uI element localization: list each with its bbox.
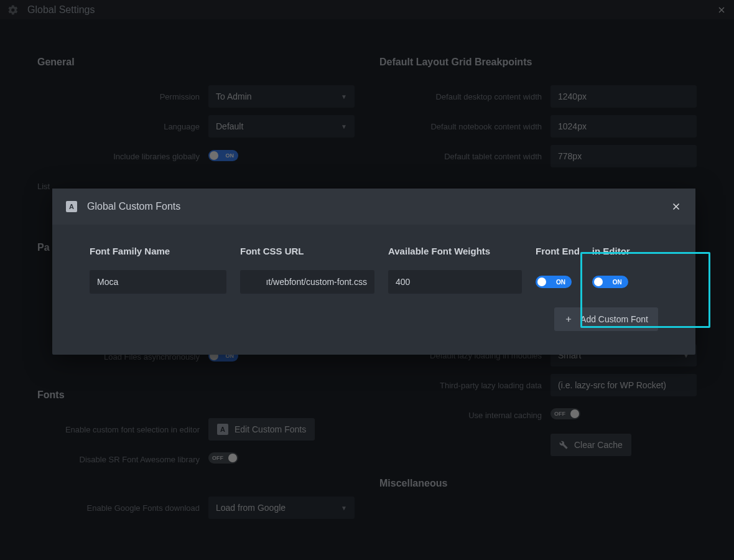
font-url-label: Font CSS URL — [240, 246, 374, 256]
google-fonts-dl-label: Enable Google Fonts download — [37, 503, 208, 513]
font-weights-label: Available Font Weights — [388, 246, 522, 256]
chevron-down-icon: ▼ — [341, 505, 347, 511]
titlebar-close-icon[interactable] — [717, 5, 727, 15]
section-fonts-title: Fonts — [37, 390, 355, 401]
custom-fonts-modal: A Global Custom Fonts Font Family Name F… — [52, 189, 695, 355]
language-select[interactable]: Default ▼ — [208, 115, 355, 138]
toggle-on-text: ON — [226, 152, 235, 159]
font-weights-input[interactable] — [388, 270, 522, 294]
notebook-width-label: Default notebook content width — [379, 122, 550, 131]
tablet-width-label: Default tablet content width — [379, 152, 550, 161]
wrench-icon — [559, 441, 568, 449]
font-name-label: Font Family Name — [90, 246, 226, 256]
modal-close-icon[interactable] — [671, 201, 682, 212]
google-fonts-dl-value: Load from Google — [216, 503, 286, 513]
add-custom-font-button[interactable]: Add Custom Font — [554, 307, 658, 331]
desktop-width-label: Default desktop content width — [379, 92, 550, 101]
permission-value: To Admin — [216, 91, 252, 101]
toggle-off-text: OFF — [212, 455, 223, 461]
google-fonts-dl-select[interactable]: Load from Google ▼ — [208, 497, 355, 519]
toggle-on-text: ON — [613, 279, 622, 286]
frontend-label: Front End — [536, 246, 580, 256]
in-editor-label: in Editor — [592, 246, 630, 256]
permission-select[interactable]: To Admin ▼ — [208, 85, 355, 108]
titlebar: Global Settings — [0, 0, 734, 19]
toggle-on-text: ON — [556, 279, 565, 286]
desktop-width-input[interactable]: 1240px — [550, 85, 697, 108]
page-title: Global Settings — [27, 4, 95, 16]
internal-caching-toggle[interactable]: OFF — [550, 408, 580, 419]
chevron-down-icon: ▼ — [341, 123, 347, 130]
font-name-input[interactable] — [90, 270, 226, 294]
in-editor-toggle[interactable]: ON — [592, 276, 628, 288]
gear-icon — [7, 4, 19, 16]
edit-custom-fonts-button[interactable]: A Edit Custom Fonts — [208, 418, 315, 441]
section-grid-title: Default Layout Grid Breakpoints — [379, 57, 697, 68]
toggle-off-text: OFF — [554, 411, 565, 417]
chevron-down-icon: ▼ — [341, 93, 347, 100]
permission-label: Permission — [37, 92, 208, 101]
internal-caching-label: Use internal caching — [379, 411, 550, 420]
frontend-toggle[interactable]: ON — [536, 276, 572, 288]
plus-icon — [564, 315, 573, 324]
section-general-title: General — [37, 57, 355, 68]
include-libs-label: Include libraries globally — [37, 152, 208, 161]
section-misc-title: Miscellaneous — [379, 478, 697, 489]
third-party-lazy-label: Third-party lazy loading data — [379, 381, 550, 390]
disable-fa-toggle[interactable]: OFF — [208, 452, 238, 464]
language-value: Default — [216, 121, 243, 131]
language-label: Language — [37, 122, 208, 131]
tablet-width-input[interactable]: 778px — [550, 145, 697, 167]
font-a-icon: A — [66, 201, 77, 212]
modal-header: A Global Custom Fonts — [52, 189, 695, 225]
third-party-lazy-input[interactable]: (i.e. lazy-src for WP Rocket) — [550, 374, 697, 396]
clear-cache-button[interactable]: Clear Cache — [550, 434, 631, 456]
list-label: List — [37, 182, 50, 191]
font-a-icon: A — [217, 424, 228, 435]
notebook-width-input[interactable]: 1024px — [550, 115, 697, 138]
include-libs-toggle[interactable]: ON — [208, 150, 238, 161]
enable-custom-fonts-label: Enable custom font selection in editor — [37, 425, 208, 434]
disable-fa-label: Disable SR Font Awesome library — [37, 455, 208, 464]
modal-title: Global Custom Fonts — [87, 201, 180, 212]
font-url-input[interactable] — [240, 270, 374, 294]
